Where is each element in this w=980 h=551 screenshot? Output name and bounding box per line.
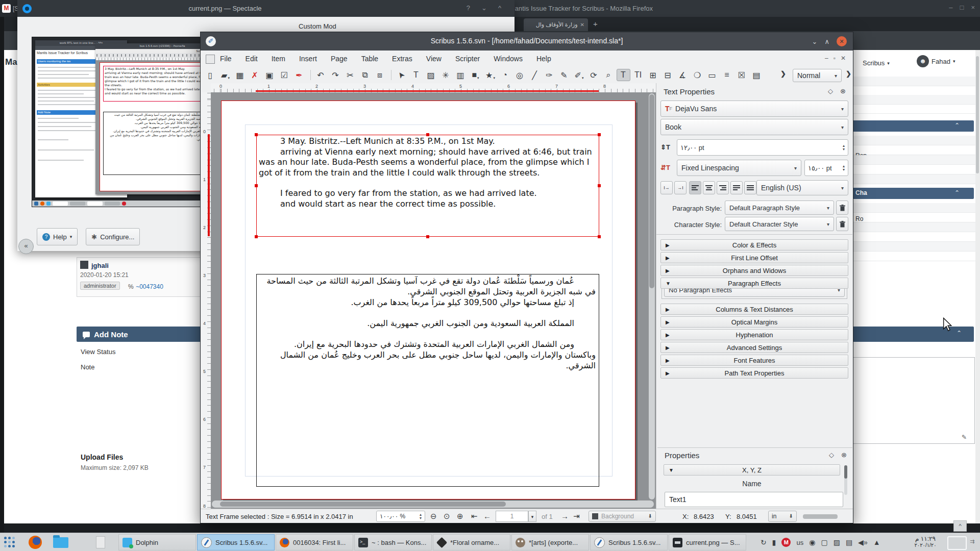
mantis-project-selector[interactable]: Scribus ▾: [863, 59, 890, 67]
note-permalink[interactable]: % ~0047340: [128, 282, 163, 291]
frame-handle[interactable]: [426, 133, 429, 136]
insert-table-icon[interactable]: ▥: [454, 69, 468, 81]
Help[interactable]: Help: [536, 55, 551, 63]
section-font-features[interactable]: ▶Font Features: [660, 355, 848, 366]
insert-text-frame-icon[interactable]: T: [409, 69, 423, 81]
ltr-direction-button[interactable]: I→: [660, 181, 673, 194]
linespacing-value-input[interactable]: ١٥٫٠٠ pt ▴▾: [804, 160, 848, 176]
next-page-icon[interactable]: →: [561, 512, 569, 520]
clock[interactable]: ١١:٢٩ م ٢٠٢٠/١/٢٠: [908, 535, 943, 548]
File[interactable]: File: [220, 55, 232, 63]
align-justify-button[interactable]: [730, 181, 743, 194]
document-icon[interactable]: [96, 536, 105, 548]
frame-handle[interactable]: [255, 133, 258, 136]
section-advanced-settings[interactable]: ▶Advanced Settings: [660, 342, 848, 353]
last-page-icon[interactable]: ⇥: [573, 512, 580, 521]
pdf-text-field-icon[interactable]: ≡: [720, 69, 734, 81]
configure-button[interactable]: ✱ Configure...: [86, 228, 140, 245]
app-launcher-icon[interactable]: [4, 537, 15, 548]
task-firefox-issue[interactable]: 0016034: First li...: [276, 534, 353, 550]
measurements-icon[interactable]: ∡: [676, 69, 690, 81]
network-icon[interactable]: ◉: [809, 538, 815, 546]
Extras[interactable]: Extras: [392, 55, 412, 63]
spectacle-titlebar[interactable]: current.png — Spectacle ? ⌄ ^: [17, 0, 514, 17]
close-icon[interactable]: ✕: [837, 36, 847, 46]
mattermost-icon[interactable]: M: [781, 538, 791, 547]
align-force-justify-button[interactable]: [744, 181, 756, 194]
frame-handle[interactable]: [255, 184, 258, 187]
tab-close-icon[interactable]: ✕: [580, 22, 584, 28]
help-icon[interactable]: ?: [467, 4, 470, 12]
restore-icon[interactable]: ^: [498, 4, 501, 12]
language-select[interactable]: English (US) ▾: [756, 180, 848, 195]
volume-icon[interactable]: ◀»: [858, 538, 868, 546]
panel-toggle-widget[interactable]: «: [18, 239, 34, 254]
align-right-button[interactable]: [717, 181, 729, 194]
maximize-icon[interactable]: □: [960, 4, 964, 11]
pdf-checkbox-icon[interactable]: ☒: [735, 69, 749, 81]
previous-page-icon[interactable]: ←: [483, 512, 491, 520]
insert-polygon-icon[interactable]: ★ ▾: [483, 69, 497, 81]
insert-shape-icon[interactable]: ■ ▾: [469, 69, 482, 81]
Scripter[interactable]: Scripter: [455, 55, 480, 63]
vertical-scrollbar[interactable]: [649, 93, 655, 499]
arabic-text-frame[interactable]: عُمان ورسمياً سَلْطنَة عُمان دولة تقع في…: [256, 274, 599, 487]
shade-icon[interactable]: ⌄: [481, 4, 487, 12]
close-icon[interactable]: ×: [971, 4, 975, 11]
task-dolphin[interactable]: Dolphin: [118, 534, 196, 550]
section-columns-text-distances[interactable]: ▶Columns & Text Distances: [660, 304, 848, 315]
help-button[interactable]: ? Help ▾: [37, 228, 78, 245]
frame-handle[interactable]: [255, 235, 258, 238]
close-panel-icon[interactable]: ⊗: [841, 451, 847, 459]
zoom-icon[interactable]: ⌕: [602, 69, 616, 81]
page-scrollbar[interactable]: [975, 50, 980, 523]
xyz-section-header[interactable]: ▼ X, Y, Z: [664, 464, 840, 475]
layer-select[interactable]: Background ⬇: [589, 511, 656, 522]
insert-freehand-line-icon[interactable]: ✎: [557, 69, 571, 81]
firefox-tab-awqaf[interactable]: وزارة الأوقاف وال ✕: [524, 18, 588, 31]
note-author[interactable]: jghali: [91, 262, 109, 269]
float-panel-icon[interactable]: ◇: [829, 451, 834, 459]
frame-handle[interactable]: [598, 235, 601, 238]
copy-icon[interactable]: ⧉: [358, 69, 372, 81]
align-center-button[interactable]: [703, 181, 715, 194]
unit-select[interactable]: in ⬇: [768, 511, 797, 522]
font-family-select[interactable]: TF DejaVu Sans ▾: [660, 101, 848, 117]
font-style-select[interactable]: Book ▾: [660, 119, 848, 135]
rtl-direction-button[interactable]: →I: [674, 181, 687, 194]
collapse-icon[interactable]: ⌃: [954, 122, 960, 129]
task-inkscape[interactable]: *Floral orname...: [433, 534, 510, 550]
Table[interactable]: Table: [361, 55, 378, 63]
section-path-text-properties[interactable]: ▶Path Text Properties: [660, 367, 848, 379]
page-spinner-button[interactable]: ▾: [528, 511, 536, 522]
pdf-push-button-icon[interactable]: ▭: [705, 69, 719, 81]
minimize-icon[interactable]: ⌄: [812, 38, 818, 45]
vertical-ruler[interactable]: 012345678: [202, 92, 211, 519]
keyboard-layout[interactable]: us: [796, 539, 803, 546]
task-gimp[interactable]: *[arts] (exporte...: [511, 534, 589, 550]
close-document-icon[interactable]: ✗: [248, 69, 262, 81]
insert-render-frame-icon[interactable]: ✳: [439, 69, 453, 81]
section-first-line-offset[interactable]: ▶First Line Offset: [660, 252, 848, 263]
select-item-icon[interactable]: ➤: [395, 69, 408, 81]
open-document-icon[interactable]: ▰ ▾: [218, 69, 232, 81]
task-scribus-2[interactable]: Scribus 1.5.6.sv...: [590, 534, 668, 550]
unlink-text-frames-icon[interactable]: ⊟: [661, 69, 675, 81]
Insert[interactable]: Insert: [299, 55, 317, 63]
frame-handle[interactable]: [426, 235, 429, 238]
frame-handle[interactable]: [598, 184, 601, 187]
scribus-titlebar[interactable]: ✐ Scribus 1.5.6.svn - [/home/fahad/Docum…: [201, 32, 853, 51]
insert-calligraphic-line-icon[interactable]: ✐ ▾: [572, 69, 586, 81]
section-color-effects[interactable]: ▶Color & Effects: [660, 239, 848, 251]
remove-paragraph-style-button[interactable]: [836, 201, 848, 215]
clipboard-icon[interactable]: ▤: [846, 538, 852, 546]
panel-handle-icon[interactable]: ⇉: [970, 538, 974, 545]
cut-icon[interactable]: ✂: [344, 69, 357, 81]
new-document-icon[interactable]: ▯: [204, 69, 217, 81]
font-size-input[interactable]: ١٢٫٠٠ pt ▴▾: [677, 139, 848, 156]
section-optical-margins[interactable]: ▶Optical Margins: [660, 316, 848, 328]
minimize-icon[interactable]: –: [949, 4, 952, 11]
Item[interactable]: Item: [272, 55, 285, 63]
toolbar-separator[interactable]: [388, 69, 394, 81]
insert-arc-icon[interactable]: ◔: [498, 69, 512, 81]
